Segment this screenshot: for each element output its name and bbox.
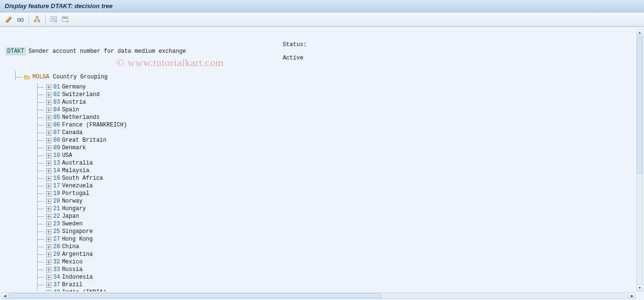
tree-country-row[interactable]: 22Japan xyxy=(32,213,632,220)
country-code: 19 xyxy=(53,190,60,197)
tree-country-row[interactable]: 23Sweden xyxy=(32,220,632,228)
toolbar-change-button[interactable] xyxy=(4,14,14,25)
expand-node-icon[interactable] xyxy=(46,259,51,265)
expand-node-icon[interactable] xyxy=(46,191,51,196)
tree-country-row[interactable]: 04Spain xyxy=(32,106,632,114)
tree-country-row[interactable]: 21Hungary xyxy=(32,205,632,213)
country-name: Hong Kong xyxy=(62,236,93,242)
toolbar-separator xyxy=(29,15,29,24)
toolbar-check-button[interactable] xyxy=(15,14,26,25)
expand-node-icon[interactable] xyxy=(46,282,51,288)
expand-icon xyxy=(50,16,58,23)
country-code: 06 xyxy=(53,122,60,128)
country-name: Japan xyxy=(62,213,79,220)
tree-country-row[interactable]: 10USA xyxy=(32,152,632,159)
tree-country-row[interactable]: 06France (FRANKREICH) xyxy=(32,121,632,129)
tree-country-row[interactable]: 19Portugal xyxy=(32,190,632,197)
tree-country-row[interactable]: 01Germany xyxy=(32,83,632,91)
tree-country-row[interactable]: 27Hong Kong xyxy=(32,235,632,243)
country-code: 37 xyxy=(53,281,60,288)
expand-node-icon[interactable] xyxy=(46,122,51,128)
expand-node-icon[interactable] xyxy=(46,115,51,120)
tree-country-row[interactable]: 05Netherlands xyxy=(32,114,632,121)
country-code: 07 xyxy=(53,129,60,136)
expand-node-icon[interactable] xyxy=(46,244,51,250)
expand-node-icon[interactable] xyxy=(46,236,51,242)
expand-node-icon[interactable] xyxy=(46,267,51,272)
horizontal-scrollbar[interactable]: ◀ ▶ xyxy=(1,292,635,299)
tree-country-row[interactable]: 33Russia xyxy=(32,266,632,273)
toolbar-collapse-button[interactable] xyxy=(60,14,70,25)
country-code: 05 xyxy=(53,114,60,121)
svg-rect-3 xyxy=(34,20,36,22)
toolbar xyxy=(0,12,644,27)
tree-country-row[interactable]: 03Austria xyxy=(32,98,632,106)
expand-node-icon[interactable] xyxy=(46,145,51,151)
tree-country-row[interactable]: 29Argentina xyxy=(32,251,632,258)
expand-node-icon[interactable] xyxy=(46,290,51,291)
tree-field-row[interactable]: MOLGA Country Grouping xyxy=(10,71,632,83)
country-code: 03 xyxy=(53,99,60,106)
expand-node-icon[interactable] xyxy=(46,206,51,212)
tree-country-row[interactable]: 25Singapore xyxy=(32,228,632,235)
expand-node-icon[interactable] xyxy=(46,175,51,181)
tree-country-row[interactable]: 28China xyxy=(32,243,632,251)
country-code: 01 xyxy=(53,84,60,90)
glasses-icon xyxy=(17,16,24,23)
scroll-right-button[interactable]: ▶ xyxy=(628,293,635,299)
country-name: South Africa xyxy=(62,175,103,182)
scroll-down-button[interactable]: ▼ xyxy=(637,284,643,291)
country-code: 16 xyxy=(53,175,60,182)
expand-node-icon[interactable] xyxy=(46,130,51,135)
tree-country-row[interactable]: 20Norway xyxy=(32,197,632,205)
scroll-left-button[interactable]: ◀ xyxy=(1,293,8,299)
expand-node-icon[interactable] xyxy=(46,213,51,219)
tree-country-row[interactable]: 32Mexico xyxy=(32,258,632,266)
country-name: Argentina xyxy=(62,251,93,258)
tree-country-row[interactable]: 02Switzerland xyxy=(32,91,632,98)
expand-node-icon[interactable] xyxy=(46,252,51,257)
toolbar-structure-button[interactable] xyxy=(32,14,42,25)
country-name: Hungary xyxy=(62,205,86,212)
tree-country-row[interactable]: 16South Africa xyxy=(32,174,632,182)
tree-country-row[interactable]: 09Denmark xyxy=(32,144,632,152)
expand-node-icon[interactable] xyxy=(46,107,51,113)
expand-node-icon[interactable] xyxy=(46,183,51,189)
tree-country-row[interactable]: 07Canada xyxy=(32,129,632,136)
feature-code: DTAKT xyxy=(6,48,26,55)
vertical-scrollbar[interactable]: ▲ ▼ xyxy=(636,29,643,291)
tree-country-row[interactable]: 14Malaysia xyxy=(32,167,632,174)
tree-country-row[interactable]: 08Great Britain xyxy=(32,136,632,144)
expand-node-icon[interactable] xyxy=(46,229,51,234)
tree-country-row[interactable]: 17Venezuela xyxy=(32,182,632,190)
expand-node-icon[interactable] xyxy=(46,160,51,166)
scroll-track[interactable] xyxy=(8,293,628,299)
feature-description: Sender account number for data medium ex… xyxy=(29,48,186,55)
scroll-thumb[interactable] xyxy=(9,293,381,298)
country-list: 01Germany02Switzerland03Austria04Spain05… xyxy=(32,83,632,291)
field-description: Country Grouping xyxy=(53,74,107,80)
toolbar-expand-button[interactable] xyxy=(48,14,59,25)
country-name: Denmark xyxy=(62,145,86,151)
expand-node-icon[interactable] xyxy=(46,168,51,174)
expand-node-icon[interactable] xyxy=(46,198,51,204)
tree-country-row[interactable]: 13Australia xyxy=(32,159,632,167)
scroll-up-button[interactable]: ▲ xyxy=(637,29,643,36)
expand-node-icon[interactable] xyxy=(46,137,51,143)
country-code: 10 xyxy=(53,152,60,159)
tree-root-row[interactable]: DTAKT Sender account number for data med… xyxy=(6,35,632,68)
expand-node-icon[interactable] xyxy=(46,221,51,227)
expand-node-icon[interactable] xyxy=(46,153,51,158)
expand-node-icon[interactable] xyxy=(46,274,51,280)
tree-country-row[interactable]: 40India (INDIA) xyxy=(32,289,632,291)
scroll-track[interactable] xyxy=(637,36,643,284)
country-name: Great Britain xyxy=(62,137,106,144)
country-name: Austria xyxy=(62,99,86,106)
svg-rect-6 xyxy=(62,17,68,21)
expand-node-icon[interactable] xyxy=(46,92,51,97)
scroll-thumb[interactable] xyxy=(637,37,642,174)
expand-node-icon[interactable] xyxy=(46,84,51,90)
expand-node-icon[interactable] xyxy=(46,99,51,105)
tree-country-row[interactable]: 34Indonesia xyxy=(32,273,632,281)
tree-country-row[interactable]: 37Brazil xyxy=(32,281,632,289)
